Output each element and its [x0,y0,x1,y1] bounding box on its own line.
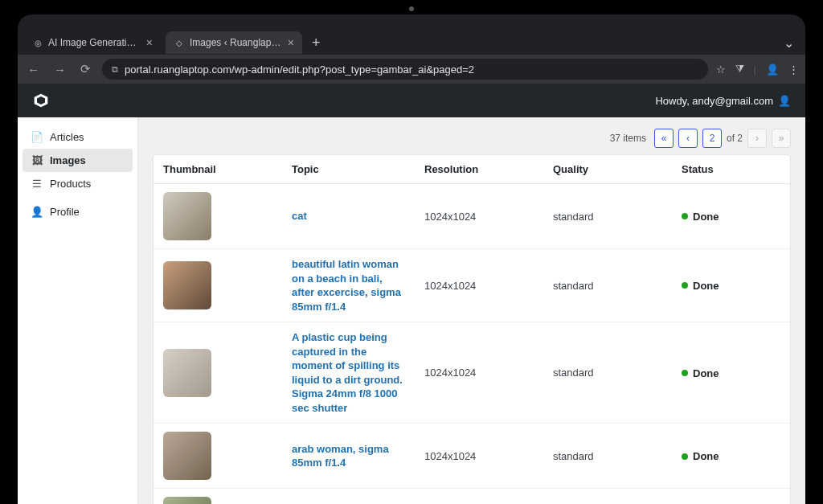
forward-button[interactable]: → [51,63,69,76]
bookmark-icon[interactable]: ☆ [716,64,726,76]
url-actions: ☆ ⧩ | 👤 ⋮ [716,63,799,76]
sidebar-item-products[interactable]: ☰ Products [23,172,133,195]
sidebar-item-label: Images [50,154,86,166]
close-icon[interactable]: × [288,36,294,49]
status-dot-icon [682,282,688,289]
close-icon[interactable]: × [146,36,153,49]
sidebar-item-label: Profile [50,206,80,218]
resolution-cell: 1024x1024 [415,322,543,424]
pagination-last-button[interactable]: » [772,129,791,148]
quality-cell: standard [543,424,672,489]
pagination-current-page[interactable]: 2 [702,129,722,148]
products-icon: ☰ [31,178,43,190]
reload-button[interactable]: ⟳ [77,62,94,76]
quality-cell: standard [543,249,672,322]
sidebar-item-label: Products [50,178,91,190]
topic-link[interactable]: A plastic cup being captured in the mome… [292,330,405,415]
table-row: cat1024x1024standardDone [154,184,790,249]
pagination-of-label: of 2 [727,133,743,144]
content-area: 📄 Articles 🖼 Images ☰ Products 👤 Profile… [18,117,805,504]
articles-icon: 📄 [31,131,43,143]
table-row: A plastic cup being captured in the mome… [154,322,790,424]
thumbnail-image[interactable] [163,432,211,480]
browser-tab[interactable]: ◎ AI Image Generation Tool - N × [24,31,161,54]
col-thumbnail[interactable]: Thumbnail [154,155,282,184]
thumbnail-image[interactable] [163,497,211,504]
browser-tab-strip: ◎ AI Image Generation Tool - N × ◇ Image… [18,27,805,55]
status-badge: Done [682,450,719,462]
sidebar-item-profile[interactable]: 👤 Profile [23,200,133,223]
topic-link[interactable]: beautiful latin woman on a beach in bali… [292,257,405,313]
quality-cell: standard [543,489,672,504]
pagination-prev-button[interactable]: ‹ [678,129,698,148]
table-header-row: Thumbnail Topic Resolution Quality Statu… [154,155,790,184]
status-dot-icon [682,370,688,376]
pagination-first-button[interactable]: « [654,129,674,148]
col-resolution[interactable]: Resolution [415,155,543,184]
profile-icon: 👤 [31,206,43,218]
status-dot-icon [682,213,688,219]
device-frame: ◎ AI Image Generation Tool - N × ◇ Image… [18,14,805,504]
tab-title: AI Image Generation Tool - N [48,37,141,48]
table-row: monyet sebagai siswa sekolah dasar1792x1… [154,489,790,504]
resolution-cell: 1024x1024 [415,249,543,322]
topic-link[interactable]: arab woman, sigma 85mm f/1.4 [292,442,405,470]
tab-favicon-icon: ◎ [32,37,43,48]
sidebar-item-label: Articles [50,131,84,143]
overflow-menu-icon[interactable]: ⋮ [788,64,799,76]
browser-urlbar: ← → ⟳ ⧉ portal.ruanglaptop.com/wp-admin/… [18,55,805,84]
col-topic[interactable]: Topic [282,155,415,184]
new-tab-button[interactable]: + [307,35,326,51]
window-minimize-icon[interactable]: ⌄ [779,35,799,51]
quality-cell: standard [543,184,672,249]
url-input[interactable]: ⧉ portal.ruanglaptop.com/wp-admin/edit.p… [102,59,708,80]
status-dot-icon [682,453,688,460]
pagination-next-button[interactable]: › [747,129,767,148]
sidebar: 📄 Articles 🖼 Images ☰ Products 👤 Profile [18,117,138,504]
resolution-cell: 1024x1024 [415,424,543,489]
tab-favicon-icon: ◇ [174,37,185,48]
images-table: Thumbnail Topic Resolution Quality Statu… [153,154,791,504]
pagination: 37 items « ‹ 2 of 2 › » [153,129,791,148]
sidebar-item-images[interactable]: 🖼 Images [23,149,133,172]
site-info-icon[interactable]: ⧉ [112,64,118,75]
topic-link[interactable]: cat [292,209,405,223]
tab-title: Images ‹ Ruanglaptop Portal [190,37,283,48]
extensions-icon[interactable]: ⧩ [735,63,744,76]
greeting-text: Howdy, andy@gmail.com [655,95,773,107]
main-panel: 37 items « ‹ 2 of 2 › » Thumbnail Topic … [138,117,805,504]
thumbnail-image[interactable] [163,192,211,240]
col-status[interactable]: Status [672,155,790,184]
user-greeting[interactable]: Howdy, andy@gmail.com 👤 [655,95,791,107]
app-header: Howdy, andy@gmail.com 👤 [18,84,805,117]
profile-icon[interactable]: 👤 [766,64,779,76]
camera-dot [409,6,414,11]
status-badge: Done [682,280,719,292]
back-button[interactable]: ← [24,63,43,76]
col-quality[interactable]: Quality [543,155,672,184]
sidebar-item-articles[interactable]: 📄 Articles [23,125,133,149]
url-text: portal.ruanglaptop.com/wp-admin/edit.php… [125,64,474,76]
images-icon: 🖼 [31,154,43,166]
quality-cell: standard [543,322,672,424]
browser-tab-active[interactable]: ◇ Images ‹ Ruanglaptop Portal × [166,31,302,54]
status-badge: Done [682,211,719,223]
avatar-icon: 👤 [778,95,791,107]
resolution-cell: 1024x1024 [415,184,543,249]
table-row: beautiful latin woman on a beach in bali… [154,249,790,322]
separator: | [754,64,756,76]
pagination-total: 37 items [610,133,646,144]
table-row: arab woman, sigma 85mm f/1.41024x1024sta… [154,424,790,489]
thumbnail-image[interactable] [163,261,211,309]
status-badge: Done [682,367,719,379]
resolution-cell: 1792x1024 [415,489,543,504]
app-logo-icon[interactable] [32,91,50,110]
thumbnail-image[interactable] [163,349,211,397]
